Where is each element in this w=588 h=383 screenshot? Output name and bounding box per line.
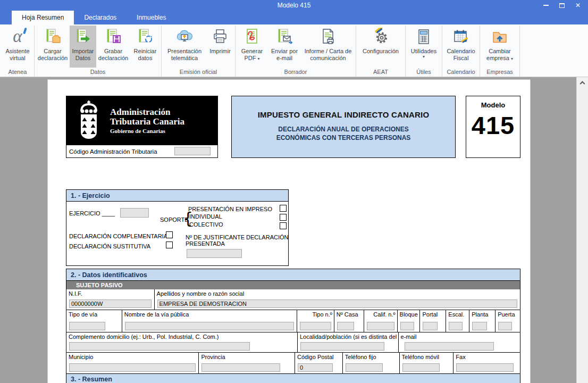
complementaria-checkbox[interactable] <box>166 231 173 238</box>
scroll-up-button[interactable] <box>577 77 588 87</box>
group-caption-utiles: Útiles <box>407 68 441 77</box>
tipo-via-input[interactable] <box>69 322 105 330</box>
cargar-declaracion-button[interactable]: Cargar declaración <box>36 26 70 68</box>
ribbon-group-borrador: Generar PDF ▾ Enviar por e-mail <box>236 26 356 77</box>
presentacion-impreso-label: PRESENTACIÓN EN IMPRESO <box>188 206 272 212</box>
section-ejercicio: 1. - Ejercicio EJERCICIO ____ PRESENTACI… <box>66 189 289 266</box>
form-page: Administración Tributaria Canaria Gobier… <box>48 80 530 383</box>
presentacion-impreso-checkbox[interactable] <box>280 205 287 212</box>
municipio-label: Municipio <box>66 353 198 360</box>
utilidades-button[interactable]: Utilidades ▾ <box>407 26 441 68</box>
calif-num-input[interactable] <box>367 322 394 330</box>
telefono-fijo-label: Teléfono fijo <box>343 353 399 360</box>
form-subtitle-line2: ECONÓMICAS CON TERCERAS PERSONAS <box>232 134 455 141</box>
cambiar-empresa-button[interactable]: Cambiar empresa ▾ <box>481 26 518 68</box>
escalera-input[interactable] <box>449 322 463 330</box>
informe-carta-button[interactable]: Informe / Carta de comunicación <box>301 26 355 68</box>
provincia-input[interactable] <box>201 363 280 372</box>
dropdown-arrow-icon: ▾ <box>511 56 513 61</box>
calendario-fiscal-button[interactable]: Calendario Fiscal <box>443 26 478 68</box>
codigo-postal-label: Código Postal <box>295 353 342 360</box>
justificante-input[interactable] <box>187 249 242 258</box>
enviar-email-button[interactable]: Enviar por e-mail <box>267 26 301 68</box>
vertical-scrollbar[interactable] <box>576 77 588 383</box>
reiniciar-datos-button[interactable]: Reiniciar datos <box>130 26 160 68</box>
fax-label: Fax <box>453 353 520 360</box>
num-casa-label: Nº Casa <box>334 311 364 318</box>
individual-checkbox[interactable] <box>280 214 287 221</box>
close-button[interactable]: ✕ <box>570 0 586 11</box>
nombre-via-input[interactable] <box>125 322 294 330</box>
planta-label: Planta <box>469 311 495 318</box>
section-resumen-header: 3. - Resumen <box>66 373 520 383</box>
puerta-input[interactable] <box>498 322 512 330</box>
imprimir-button[interactable]: Imprimir <box>206 26 234 68</box>
minimize-button[interactable] <box>538 0 554 11</box>
importar-datos-button[interactable]: Importar Datos <box>70 26 96 68</box>
generar-pdf-button[interactable]: Generar PDF ▾ <box>237 26 267 68</box>
ejercicio-input[interactable] <box>120 208 149 218</box>
bloque-label: Bloque <box>398 311 420 318</box>
group-caption-datos: Datos <box>36 68 160 77</box>
municipio-input[interactable] <box>69 363 196 372</box>
presentacion-telematica-button[interactable]: Presentación telemática <box>163 26 206 68</box>
email-input[interactable] <box>405 342 494 351</box>
localidad-label: Localidad/población (si es distinta del … <box>298 333 398 340</box>
puerta-label: Puerta <box>495 311 520 318</box>
codigo-administracion-input[interactable] <box>174 147 211 155</box>
document-import-icon <box>74 27 91 46</box>
portal-input[interactable] <box>423 322 438 330</box>
sustitutiva-label: DECLARACIÓN SUSTITUTIVA <box>69 243 150 249</box>
row-direccion: Tipo de vía Nombre de la vía pública Tip… <box>66 310 520 332</box>
canarias-coat-of-arms <box>74 99 105 142</box>
group-caption-empresas: Empresas <box>481 68 518 77</box>
group-caption-atenea: Atenea <box>2 68 33 77</box>
report-icon <box>320 27 337 46</box>
telefono-movil-input[interactable] <box>402 363 440 372</box>
maximize-button[interactable] <box>554 0 570 11</box>
cloud-upload-icon <box>175 27 194 46</box>
apellidos-input[interactable] <box>157 299 517 308</box>
fax-input[interactable] <box>456 363 514 372</box>
document-save-icon <box>105 27 122 46</box>
folder-up-icon <box>491 27 509 46</box>
section1-header: 1. - Ejercicio <box>66 190 288 202</box>
num-casa-input[interactable] <box>337 322 354 330</box>
portal-label: Portal <box>420 311 446 318</box>
planta-input[interactable] <box>472 322 487 330</box>
maximize-icon <box>559 3 565 8</box>
complemento-label: Complemento domicilio (ej.: Urb., Pol. I… <box>66 333 297 340</box>
window-title: Modelo 415 <box>0 2 588 9</box>
row-complemento: Complemento domicilio (ej.: Urb., Pol. I… <box>66 332 520 353</box>
logo-box: Administración Tributaria Canaria Gobier… <box>66 96 218 158</box>
calendar-icon <box>452 27 470 46</box>
localidad-input[interactable] <box>300 342 384 351</box>
document-folder-icon <box>44 27 61 46</box>
calif-num-label: Calif. n.º <box>364 311 397 318</box>
colectivo-checkbox[interactable] <box>280 222 287 229</box>
grabar-declaracion-button[interactable]: Grabar declaración <box>96 26 130 68</box>
justificante-label: Nº DE JUSTIFICANTE DECLARACIÓN PRESENTAD… <box>186 234 292 247</box>
configuracion-button[interactable]: Configuración <box>357 26 404 68</box>
telefono-fijo-input[interactable] <box>346 363 383 372</box>
nif-input[interactable] <box>69 299 152 308</box>
colectivo-label: COLECTIVO <box>189 221 223 228</box>
bloque-input[interactable] <box>400 322 414 330</box>
dropdown-arrow-icon: ▾ <box>258 56 260 61</box>
tab-declarados[interactable]: Declarados <box>74 11 127 24</box>
calculator-icon <box>415 27 432 46</box>
tipo-num-input[interactable] <box>300 322 331 330</box>
tab-inmuebles[interactable]: Inmuebles <box>127 11 176 24</box>
complemento-input[interactable] <box>69 342 250 351</box>
gear-icon <box>372 27 390 46</box>
dropdown-arrow-icon: ▾ <box>423 55 425 59</box>
section2-header: 2. - Datos identificativos <box>66 269 520 281</box>
individual-label: INDIVIDUAL <box>189 213 222 220</box>
sustitutiva-checkbox[interactable] <box>166 242 173 248</box>
asistente-virtual-button[interactable]: α Asistente virtual <box>2 26 33 68</box>
ribbon-group-atenea: α Asistente virtual Atenea <box>1 26 35 77</box>
nif-label: N.I.F. <box>66 290 154 297</box>
codigo-postal-input[interactable] <box>298 363 333 372</box>
chevron-up-icon <box>580 81 585 86</box>
tab-hoja-resumen[interactable]: Hoja Resumen <box>12 11 74 24</box>
